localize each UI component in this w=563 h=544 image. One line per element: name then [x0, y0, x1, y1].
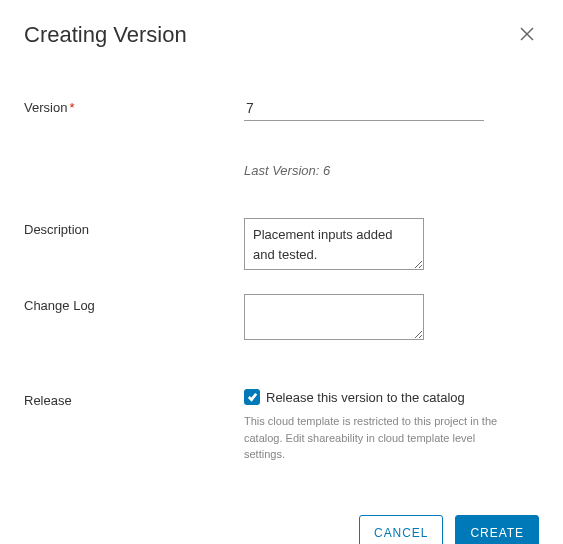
- close-button[interactable]: [515, 22, 539, 48]
- version-label: Version*: [24, 96, 244, 115]
- changelog-row: Change Log: [24, 294, 539, 344]
- dialog-footer: CANCEL CREATE: [24, 515, 539, 544]
- changelog-input[interactable]: [244, 294, 424, 340]
- cancel-button[interactable]: CANCEL: [359, 515, 443, 544]
- changelog-control: [244, 294, 539, 344]
- release-control: Release this version to the catalog This…: [244, 389, 539, 463]
- checkmark-icon: [247, 388, 258, 406]
- version-label-text: Version: [24, 100, 67, 115]
- create-button[interactable]: CREATE: [455, 515, 539, 544]
- description-input[interactable]: Placement inputs added and tested.: [244, 218, 424, 270]
- description-row: Description Placement inputs added and t…: [24, 218, 539, 274]
- dialog-header: Creating Version: [24, 22, 539, 48]
- release-label: Release: [24, 389, 244, 408]
- release-checkbox-wrap: Release this version to the catalog: [244, 389, 539, 405]
- release-help-text: This cloud template is restricted to thi…: [244, 413, 514, 463]
- version-control: Last Version: 6: [244, 96, 539, 178]
- create-version-dialog: Creating Version Version* Last Version: …: [0, 0, 563, 544]
- description-control: Placement inputs added and tested.: [244, 218, 539, 274]
- description-label: Description: [24, 218, 244, 237]
- close-icon: [519, 30, 535, 45]
- dialog-title: Creating Version: [24, 22, 187, 48]
- changelog-label: Change Log: [24, 294, 244, 313]
- release-checkbox[interactable]: [244, 389, 260, 405]
- release-row: Release Release this version to the cata…: [24, 389, 539, 463]
- version-row: Version* Last Version: 6: [24, 96, 539, 178]
- version-input[interactable]: [244, 96, 484, 121]
- release-checkbox-label[interactable]: Release this version to the catalog: [266, 390, 465, 405]
- required-indicator: *: [69, 100, 74, 115]
- last-version-text: Last Version: 6: [244, 163, 539, 178]
